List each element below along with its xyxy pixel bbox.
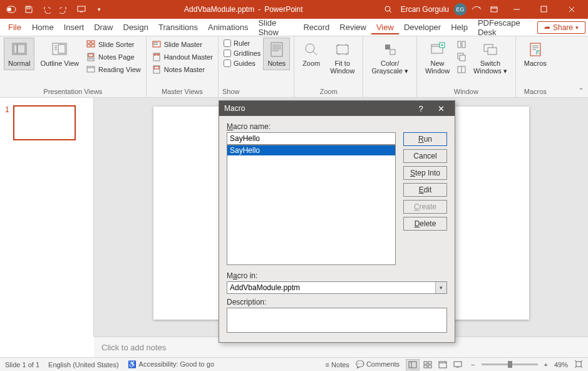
notes-toggle[interactable]: ≡ Notes — [326, 361, 349, 368]
cascade-icon — [456, 52, 467, 62]
svg-rect-8 — [13, 43, 26, 55]
new-window-button[interactable]: New Window — [421, 38, 454, 78]
cancel-button[interactable]: Cancel — [403, 149, 447, 163]
username: Ercan Gorgulu — [401, 5, 449, 14]
view-buttons — [406, 359, 465, 370]
slide-master-icon — [152, 39, 162, 50]
macro-list[interactable]: SayHello — [227, 145, 396, 265]
svg-rect-2 — [27, 7, 30, 9]
notes-page-button[interactable]: Notes Page — [85, 51, 142, 63]
ruler-checkbox[interactable]: Ruler — [222, 39, 262, 48]
dialog-help-button[interactable]: ? — [412, 102, 430, 115]
search-icon[interactable] — [381, 2, 396, 17]
color-grayscale-button[interactable]: Color/ Grayscale ▾ — [367, 38, 413, 78]
svg-rect-22 — [154, 54, 156, 55]
zoom-button[interactable]: Zoom — [298, 38, 324, 70]
qat-more-icon[interactable]: ▾ — [91, 2, 106, 17]
dialog-close-button[interactable]: ✕ — [432, 102, 450, 115]
tab-developer[interactable]: Developer — [399, 20, 446, 34]
tab-home[interactable]: Home — [27, 20, 59, 34]
collapse-ribbon-icon[interactable]: ⌃ — [578, 86, 584, 95]
accessibility-icon: ♿ — [128, 360, 137, 368]
save-icon[interactable] — [21, 2, 36, 17]
tab-pdfescape[interactable]: PDFescape Desk — [473, 16, 537, 39]
step-into-button[interactable]: Step Into — [403, 166, 447, 180]
slide-thumbnail[interactable] — [13, 105, 76, 140]
filename: AddVbaModule.pptm — [184, 5, 254, 14]
zoom-in-button[interactable]: + — [544, 361, 548, 368]
svg-rect-18 — [87, 66, 95, 72]
svg-rect-23 — [157, 54, 159, 55]
tab-help[interactable]: Help — [446, 20, 473, 34]
tab-file[interactable]: File — [3, 19, 27, 35]
outline-view-button[interactable]: Outline View — [36, 38, 83, 70]
zoom-slider[interactable] — [482, 363, 538, 365]
slideshow-view-btn[interactable] — [451, 359, 465, 370]
svg-rect-45 — [428, 365, 431, 368]
reading-view-btn[interactable] — [436, 359, 450, 370]
tab-animations[interactable]: Animations — [203, 20, 253, 34]
macros-icon — [527, 41, 544, 58]
close-button[interactable] — [559, 0, 584, 19]
comments-toggle[interactable]: 💬 Comments — [356, 360, 400, 368]
slide-sorter-button[interactable]: Slide Sorter — [85, 39, 142, 50]
notes-master-button[interactable]: Notes Master — [150, 64, 214, 75]
combo-arrow-icon[interactable]: ▾ — [435, 282, 446, 293]
sorter-view-btn[interactable] — [421, 359, 435, 370]
switch-windows-button[interactable]: Switch Windows ▾ — [469, 38, 512, 78]
svg-point-5 — [479, 7, 480, 8]
slide-master-button[interactable]: Slide Master — [150, 39, 214, 50]
tab-record[interactable]: Record — [298, 20, 334, 34]
undo-icon[interactable] — [39, 2, 54, 17]
run-button[interactable]: Run — [403, 132, 447, 146]
delete-button[interactable]: Delete — [403, 217, 447, 231]
svg-rect-36 — [460, 55, 465, 61]
fit-to-window-button[interactable] — [574, 360, 583, 370]
tab-transitions[interactable]: Transitions — [153, 20, 203, 34]
dialog-titlebar[interactable]: Macro ? ✕ — [219, 101, 455, 116]
tab-slideshow[interactable]: Slide Show — [253, 16, 298, 39]
outline-view-icon — [51, 41, 68, 58]
svg-rect-13 — [91, 41, 95, 43]
gridlines-checkbox[interactable]: Gridlines — [222, 49, 262, 58]
tab-insert[interactable]: Insert — [59, 20, 90, 34]
coming-soon-icon[interactable] — [469, 2, 484, 17]
zoom-level[interactable]: 49% — [554, 361, 568, 368]
tab-design[interactable]: Design — [118, 20, 153, 34]
handout-master-button[interactable]: Handout Master — [150, 51, 214, 63]
thumbnail-pane[interactable]: 1 — [0, 98, 94, 337]
move-split-button[interactable] — [455, 64, 468, 75]
arrange-all-button[interactable] — [455, 39, 468, 50]
macro-in-combo[interactable] — [227, 281, 447, 294]
user-avatar[interactable]: EG — [454, 3, 467, 16]
share-button[interactable]: ➦ Share ▾ — [537, 21, 585, 34]
normal-view-btn[interactable] — [406, 359, 420, 370]
zoom-out-button[interactable]: − — [471, 361, 475, 368]
svg-rect-30 — [390, 50, 395, 55]
language-indicator[interactable]: English (United States) — [48, 361, 119, 368]
appname: PowerPoint — [264, 5, 302, 14]
present-icon[interactable] — [74, 2, 89, 17]
reading-view-button[interactable]: Reading View — [85, 64, 142, 75]
tab-view[interactable]: View — [371, 20, 399, 34]
autosave-toggle-icon[interactable] — [4, 2, 19, 17]
fit-window-button[interactable]: Fit to Window — [326, 38, 359, 78]
macro-list-item[interactable]: SayHello — [227, 145, 395, 155]
accessibility-indicator[interactable]: ♿Accessibility: Good to go — [128, 360, 214, 368]
notes-button[interactable]: Notes — [263, 38, 290, 70]
macros-button[interactable]: Macros — [520, 38, 551, 70]
redo-icon[interactable] — [56, 2, 71, 17]
cascade-button[interactable] — [455, 51, 468, 63]
slide-indicator[interactable]: Slide 1 of 1 — [5, 361, 39, 368]
normal-view-button[interactable]: Normal — [4, 38, 34, 70]
fit-window-icon — [334, 41, 351, 58]
macro-name-input[interactable] — [227, 132, 396, 145]
description-textarea[interactable] — [227, 308, 447, 333]
guides-checkbox[interactable]: Guides — [222, 59, 262, 68]
create-button: Create — [403, 200, 447, 214]
tab-draw[interactable]: Draw — [89, 20, 118, 34]
ribbon-display-icon[interactable] — [487, 2, 502, 17]
tab-review[interactable]: Review — [334, 20, 371, 34]
edit-button[interactable]: Edit — [403, 183, 447, 197]
svg-rect-9 — [14, 44, 17, 53]
